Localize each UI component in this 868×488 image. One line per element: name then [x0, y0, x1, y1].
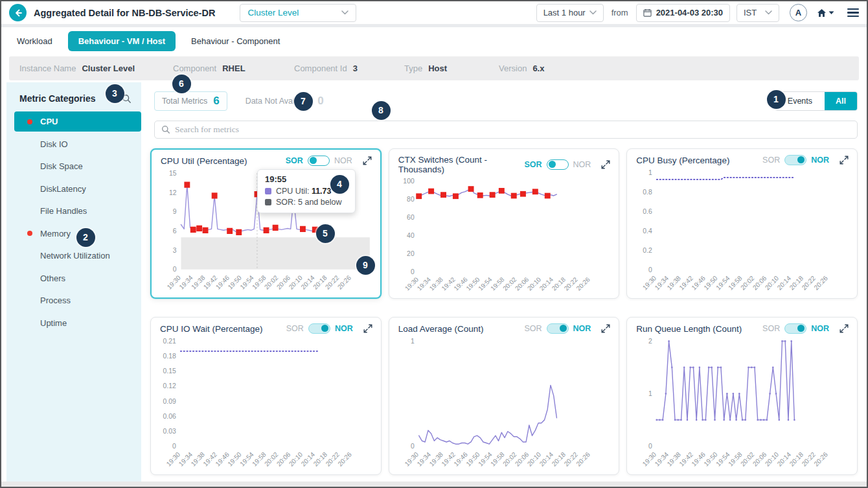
back-arrow-icon	[14, 8, 23, 17]
svg-text:0.06: 0.06	[163, 412, 176, 420]
header-right-controls: Last 1 hour from 2021-04-03 20:30 IST A	[536, 4, 859, 22]
svg-text:0: 0	[411, 442, 415, 450]
svg-text:1: 1	[648, 389, 652, 397]
toggle-knob	[560, 325, 567, 332]
sidebar-item-label: Others	[40, 273, 65, 283]
metric-card-title: CPU Busy (Percentage)	[636, 156, 729, 165]
events-all-segmented: Events All	[775, 91, 858, 111]
sor-nor-toggle[interactable]	[784, 323, 806, 334]
time-range-dropdown[interactable]: Last 1 hour	[536, 4, 604, 22]
home-menu[interactable]	[816, 8, 834, 18]
chevron-down-icon	[589, 10, 597, 15]
datetime-picker[interactable]: 2021-04-03 20:30	[636, 4, 730, 22]
sidebar-item-label: Disk Space	[40, 161, 83, 171]
metric-chart: 1019:3019:3419:3819:4219:4619:5019:5419:…	[389, 334, 619, 474]
sidebar-item-others[interactable]: Others	[14, 268, 141, 288]
svg-text:1: 1	[411, 337, 415, 345]
svg-text:80: 80	[407, 196, 415, 203]
svg-text:20:26: 20:26	[813, 274, 829, 292]
svg-text:6: 6	[173, 227, 177, 235]
svg-text:20:26: 20:26	[813, 450, 829, 468]
sor-label: SOR	[286, 324, 304, 333]
metric-card: Load Average (Count) SOR NOR 1019:3019:3…	[389, 317, 620, 475]
sor-nor-toggle[interactable]	[547, 159, 569, 170]
annotation-badge-6: 6	[172, 75, 191, 93]
annotation-badge-1: 1	[767, 90, 786, 109]
search-input[interactable]	[175, 124, 851, 135]
info-label: Component Id	[294, 64, 347, 73]
svg-text:1: 1	[648, 168, 652, 176]
info-pair: Version6.x	[499, 64, 544, 73]
svg-text:20:26: 20:26	[337, 450, 353, 468]
tab-behaviour-component[interactable]: Behaviour - Component	[191, 36, 280, 46]
nor-label: NOR	[811, 324, 829, 333]
annotation-badge-7: 7	[294, 92, 313, 111]
expand-icon[interactable]	[601, 160, 610, 169]
scope-dropdown[interactable]: Cluster Level	[240, 4, 356, 22]
all-button[interactable]: All	[825, 92, 857, 110]
timezone-dropdown[interactable]: IST	[737, 4, 779, 22]
sor-swatch	[265, 199, 271, 205]
expand-icon[interactable]	[839, 156, 849, 165]
svg-text:20:26: 20:26	[336, 273, 352, 290]
metric-chart: 10.80.60.40.2019:3019:3419:3819:4219:461…	[627, 166, 857, 298]
svg-text:0.12: 0.12	[163, 382, 176, 389]
tab-behaviour-vm-host[interactable]: Behaviour - VM / Host	[68, 31, 176, 51]
sor-label: SOR	[762, 156, 780, 165]
nor-label: NOR	[335, 324, 353, 333]
avatar[interactable]: A	[790, 4, 807, 21]
sidebar-item-disk-space[interactable]: Disk Space	[14, 156, 141, 176]
metric-search-bar	[154, 121, 858, 139]
hamburger-menu-icon[interactable]	[847, 8, 859, 17]
expand-icon[interactable]	[363, 156, 372, 165]
metric-category-list: CPUDisk IODisk SpaceDiskLatencyFile Hand…	[6, 111, 141, 333]
svg-text:0.8: 0.8	[643, 188, 653, 196]
sor-nor-toggle[interactable]	[784, 155, 806, 165]
info-label: Instance Name	[19, 64, 76, 73]
tab-workload[interactable]: Workload	[17, 36, 52, 46]
total-metrics-label: Total Metrics	[162, 97, 207, 106]
total-metrics-box: Total Metrics 6	[154, 91, 227, 111]
svg-text:0: 0	[172, 442, 176, 450]
caret-down-icon	[828, 11, 834, 15]
metric-chart: 21019:3019:3419:3819:4219:4619:5019:5419…	[627, 334, 857, 474]
expand-icon[interactable]	[601, 324, 610, 333]
sidebar-item-uptime[interactable]: Uptime	[14, 313, 141, 333]
toggle-knob	[797, 325, 805, 332]
sor-nor-toggle[interactable]	[547, 323, 569, 334]
info-value: Host	[428, 64, 447, 73]
page-title: Aggregated Detail for NB-DB-Service-DR	[34, 8, 215, 18]
chevron-down-icon	[341, 10, 348, 15]
expand-icon[interactable]	[363, 324, 372, 333]
sor-label: SOR	[762, 324, 780, 333]
home-icon	[816, 8, 827, 18]
alert-dot	[27, 119, 32, 124]
metric-card: CPU Util (Percentage) SOR NOR 1512963019…	[150, 148, 382, 299]
sor-nor-toggle[interactable]	[308, 156, 330, 166]
sidebar-item-file-handles[interactable]: File Handles	[14, 201, 141, 221]
info-pair: Component Id3	[294, 64, 404, 73]
sidebar-item-process[interactable]: Process	[14, 290, 141, 310]
sidebar-item-disklatency[interactable]: DiskLatency	[14, 179, 141, 199]
expand-icon[interactable]	[839, 324, 849, 333]
sidebar-item-disk-io[interactable]: Disk IO	[14, 134, 141, 154]
info-value: 6.x	[532, 64, 544, 73]
nor-label: NOR	[573, 160, 591, 169]
info-label: Version	[499, 64, 527, 73]
info-pair: TypeHost	[404, 64, 499, 73]
metric-chart: 10080604020019:3019:3419:3819:4219:4619:…	[389, 175, 619, 298]
annotation-badge-2: 2	[76, 228, 95, 247]
info-value: RHEL	[222, 64, 245, 73]
svg-text:0: 0	[648, 266, 652, 273]
sidebar-item-cpu[interactable]: CPU	[14, 111, 141, 132]
back-button[interactable]	[9, 4, 27, 21]
sor-label: SOR	[286, 156, 303, 165]
metric-card: CTX Switches (Count - Thousands) SOR NOR…	[389, 148, 620, 299]
svg-text:0.18: 0.18	[163, 352, 176, 360]
from-label: from	[610, 8, 630, 17]
sidebar: Metric Categories CPUDisk IODisk SpaceDi…	[6, 82, 141, 482]
sidebar-item-network-utilization[interactable]: Network Utilization	[14, 246, 141, 266]
sor-nor-toggle[interactable]	[308, 323, 330, 334]
toggle-knob	[310, 157, 317, 164]
metric-cards-grid: CPU Util (Percentage) SOR NOR 1512963019…	[150, 148, 858, 475]
